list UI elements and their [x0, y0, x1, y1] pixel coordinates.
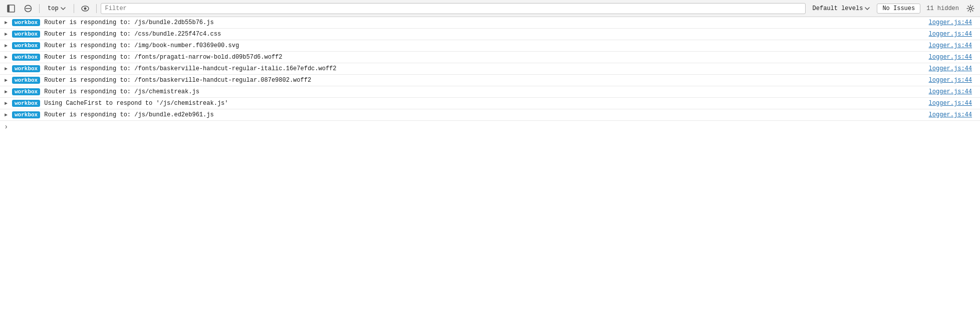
log-source[interactable]: logger.js:44	[929, 111, 980, 118]
table-row: ► workbox Router is responding to: /js/c…	[0, 86, 980, 98]
levels-button[interactable]: Default levels	[809, 4, 874, 13]
console-toolbar: top Default levels No Issues 11 hidden	[0, 0, 980, 17]
log-message: Router is responding to: /img/book-numbe…	[40, 42, 928, 49]
prompt-arrow: ›	[4, 123, 8, 131]
log-source[interactable]: logger.js:44	[929, 65, 980, 72]
gear-icon	[966, 5, 974, 13]
log-message: Router is responding to: /fonts/baskervi…	[40, 65, 928, 72]
log-source[interactable]: logger.js:44	[929, 54, 980, 61]
context-selector-button[interactable]: top	[44, 4, 70, 13]
expand-arrow[interactable]: ►	[2, 52, 10, 62]
expand-arrow[interactable]: ►	[2, 29, 10, 39]
table-row: ► workbox Router is responding to: /font…	[0, 63, 980, 75]
panel-toggle-icon	[7, 5, 15, 13]
log-message: Router is responding to: /fonts/baskervi…	[40, 77, 928, 84]
log-source[interactable]: logger.js:44	[929, 31, 980, 38]
levels-label: Default levels	[813, 5, 863, 12]
toolbar-divider-3	[96, 4, 97, 13]
log-message: Router is responding to: /fonts/pragati-…	[40, 54, 928, 61]
context-label: top	[48, 5, 59, 12]
expand-arrow[interactable]: ►	[2, 41, 10, 51]
log-source[interactable]: logger.js:44	[929, 19, 980, 26]
table-row: ► workbox Router is responding to: /js/b…	[0, 109, 980, 121]
table-row: ► workbox Router is responding to: /img/…	[0, 40, 980, 52]
workbox-badge: workbox	[12, 54, 40, 61]
expand-arrow[interactable]: ►	[2, 64, 10, 74]
workbox-badge: workbox	[12, 77, 40, 84]
expand-arrow[interactable]: ►	[2, 75, 10, 85]
table-row: ► workbox Using CacheFirst to respond to…	[0, 98, 980, 109]
prompt-row: ›	[0, 121, 980, 133]
filter-input[interactable]	[101, 3, 806, 14]
workbox-badge: workbox	[12, 31, 40, 38]
log-message: Router is responding to: /css/bundle.225…	[40, 31, 928, 38]
clear-icon	[24, 5, 32, 13]
expand-arrow[interactable]: ►	[2, 18, 10, 28]
log-source[interactable]: logger.js:44	[929, 77, 980, 84]
chevron-down-icon	[61, 7, 66, 10]
log-rows-container: ► workbox Router is responding to: /js/b…	[0, 17, 980, 121]
issues-label: No Issues	[882, 5, 915, 12]
workbox-badge: workbox	[12, 19, 40, 26]
svg-point-6	[969, 7, 972, 10]
toolbar-divider-1	[39, 4, 40, 13]
issues-button[interactable]: No Issues	[877, 4, 920, 14]
table-row: ► workbox Router is responding to: /js/b…	[0, 17, 980, 29]
hidden-count: 11 hidden	[923, 5, 962, 12]
clear-console-button[interactable]	[21, 3, 35, 14]
log-source[interactable]: logger.js:44	[929, 42, 980, 49]
svg-point-5	[84, 7, 86, 10]
workbox-badge: workbox	[12, 100, 40, 107]
table-row: ► workbox Router is responding to: /font…	[0, 52, 980, 63]
levels-chevron-icon	[865, 7, 870, 10]
expand-arrow[interactable]: ►	[2, 98, 10, 108]
expand-arrow[interactable]: ►	[2, 110, 10, 120]
log-source[interactable]: logger.js:44	[929, 88, 980, 95]
log-message: Router is responding to: /js/chemistreak…	[40, 88, 928, 95]
svg-rect-1	[8, 5, 10, 12]
workbox-badge: workbox	[12, 42, 40, 49]
log-message: Router is responding to: /js/bundle.ed2e…	[40, 111, 928, 118]
panel-toggle-button[interactable]	[4, 3, 18, 14]
eye-button[interactable]	[78, 3, 92, 14]
toolbar-divider-2	[74, 4, 74, 13]
table-row: ► workbox Router is responding to: /font…	[0, 75, 980, 86]
settings-button[interactable]	[965, 3, 976, 14]
log-message: Using CacheFirst to respond to '/js/chem…	[40, 100, 928, 107]
table-row: ► workbox Router is responding to: /css/…	[0, 29, 980, 40]
workbox-badge: workbox	[12, 88, 40, 95]
log-message: Router is responding to: /js/bundle.2db5…	[40, 19, 928, 26]
expand-arrow[interactable]: ►	[2, 87, 10, 97]
eye-icon	[81, 6, 89, 12]
console-content: ► workbox Router is responding to: /js/b…	[0, 17, 980, 318]
log-source[interactable]: logger.js:44	[929, 100, 980, 107]
workbox-badge: workbox	[12, 111, 40, 118]
workbox-badge: workbox	[12, 65, 40, 72]
